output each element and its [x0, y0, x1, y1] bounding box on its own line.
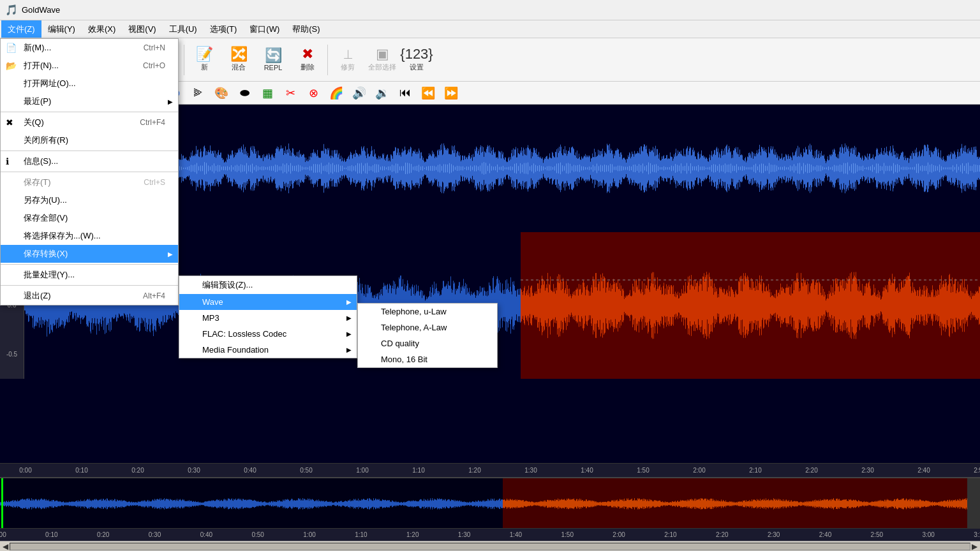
prev-track-btn[interactable]: ⏮: [394, 84, 416, 103]
separator3: [1, 172, 178, 172]
wave-arrow: ▶: [346, 298, 352, 305]
grid-btn[interactable]: ▦: [256, 84, 278, 103]
app-icon: 🎵: [5, 4, 18, 16]
menu-recent[interactable]: 最近(P) ▶: [1, 92, 178, 110]
menu-telephone-alaw[interactable]: Telephone, A-Law: [358, 320, 497, 335]
crossfade-btn[interactable]: ⊗: [302, 84, 324, 103]
menu-exit[interactable]: 退出(Z) Alt+F4: [1, 287, 178, 305]
overview-timeline-label-5: 0:50: [251, 531, 264, 538]
mf-arrow: ▶: [346, 346, 352, 353]
wave-menu: Telephone, u-Law Telephone, A-Law CD qua…: [357, 303, 498, 368]
overview-timeline-label-14: 2:20: [716, 531, 728, 538]
shape-btn[interactable]: ⬬: [234, 84, 255, 103]
menu-mono-16bit[interactable]: Mono, 16 Bit: [358, 351, 497, 367]
overview-timeline-label-1: 0:10: [45, 531, 57, 538]
menu-flac[interactable]: FLAC: Lossless Codec ▶: [179, 326, 357, 342]
menu-file[interactable]: 文件(Z): [1, 20, 41, 38]
file-menu: 📄 新(M)... Ctrl+N 📂 打开(N)... Ctrl+O 打开网址(…: [0, 38, 179, 305]
eq-btn[interactable]: ⫸: [188, 84, 209, 103]
menu-window[interactable]: 窗口(W): [243, 20, 286, 38]
new-label: 新: [201, 62, 208, 72]
menu-save[interactable]: 保存(T) Ctrl+S: [1, 173, 178, 191]
cut2-btn[interactable]: ✂: [279, 84, 301, 103]
menu-cd-quality[interactable]: CD quality: [358, 335, 497, 351]
overview-timeline-label-0: 0:00: [0, 531, 6, 538]
mp3-arrow: ▶: [346, 314, 352, 321]
menu-saveall[interactable]: 保存全部(V): [1, 209, 178, 227]
mix-button[interactable]: 🔀 混合: [222, 41, 255, 78]
trim-icon: ⟂: [344, 47, 352, 61]
menu-effects[interactable]: 效果(X): [82, 20, 122, 38]
repl-button[interactable]: 🔄 REPL: [256, 41, 290, 78]
delete-button[interactable]: ✖ 删除: [291, 41, 324, 78]
track-level-neg: -0.5: [6, 351, 17, 358]
timeline-labels: 0:000:100:200:300:400:501:001:101:201:30…: [26, 464, 980, 477]
overview-timeline-label-7: 1:10: [355, 531, 367, 538]
volume-btn[interactable]: 🔉: [371, 84, 393, 103]
menu-open[interactable]: 📂 打开(N)... Ctrl+O: [1, 57, 178, 75]
selectall-icon: ▣: [376, 47, 389, 61]
menu-saveas[interactable]: 另存为(U)...: [1, 191, 178, 209]
menu-mediafoundation[interactable]: Media Foundation ▶: [179, 342, 357, 358]
menu-close[interactable]: ✖ 关(Q) Ctrl+F4: [1, 114, 178, 131]
timeline-label-5: 0:50: [300, 467, 312, 474]
menu-openurl[interactable]: 打开网址(O)...: [1, 75, 178, 92]
selectall-button[interactable]: ▣ 全部选择: [366, 41, 399, 78]
flac-arrow: ▶: [346, 330, 352, 337]
overview-timeline-label-16: 2:40: [819, 531, 831, 538]
overview-area: [0, 477, 980, 528]
menu-editpreset[interactable]: 编辑预设(Z)...: [179, 276, 357, 294]
overview-timeline-label-19: 3:10: [974, 531, 980, 538]
timeline-label-16: 2:40: [917, 467, 930, 474]
separator-3: [327, 45, 328, 75]
scroll-left-arrow[interactable]: ◀: [3, 542, 8, 551]
overview-timeline-label-8: 1:20: [406, 531, 419, 538]
new-icon: 📝: [196, 47, 213, 61]
delete-label: 删除: [301, 62, 315, 72]
menu-mp3[interactable]: MP3 ▶: [179, 310, 357, 326]
menu-tools[interactable]: 工具(U): [163, 20, 204, 38]
timeline-label-3: 0:30: [188, 467, 200, 474]
scroll-right-arrow[interactable]: ▶: [972, 542, 977, 551]
rainbow-btn[interactable]: 🌈: [325, 84, 347, 103]
timeline-label-2: 0:20: [131, 467, 144, 474]
overview-timeline-label-12: 2:00: [612, 531, 625, 538]
menu-new[interactable]: 📄 新(M)... Ctrl+N: [1, 39, 178, 57]
timeline-label-15: 2:30: [861, 467, 873, 474]
menu-saveselection[interactable]: 将选择保存为...(W)...: [1, 227, 178, 245]
fastforward-btn[interactable]: ⏩: [440, 84, 462, 103]
rewind-btn[interactable]: ⏪: [417, 84, 439, 103]
menu-wave[interactable]: Wave ▶: [179, 294, 357, 310]
saveconvert-menu: 编辑预设(Z)... Wave ▶ MP3 ▶ FLAC: Lossless C…: [179, 276, 357, 358]
overview-timeline-label-2: 0:20: [97, 531, 109, 538]
timeline: 0:000:100:200:300:400:501:001:101:201:30…: [0, 463, 980, 477]
menu-edit[interactable]: 编辑(Y): [41, 20, 82, 38]
menu-batch[interactable]: 批量处理(Y)...: [1, 266, 178, 284]
menu-help[interactable]: 帮助(S): [286, 20, 326, 38]
menu-options[interactable]: 选项(T): [204, 20, 244, 38]
settings-label: 设置: [410, 62, 424, 72]
horizontal-scrollbar[interactable]: ◀ ▶: [0, 541, 980, 551]
settings-button[interactable]: {123} 设置: [400, 41, 433, 78]
timeline-label-11: 1:50: [637, 467, 649, 474]
menu-closeall[interactable]: 关闭所有(R): [1, 131, 178, 149]
scroll-thumb[interactable]: [10, 543, 970, 550]
separator2: [1, 151, 178, 151]
menu-info[interactable]: ℹ 信息(S)...: [1, 152, 178, 170]
trim-button[interactable]: ⟂ 修剪: [331, 41, 364, 78]
delete-icon: ✖: [302, 47, 313, 61]
menu-saveconvert[interactable]: 保存转换(X) ▶: [1, 245, 178, 263]
timeline-label-10: 1:40: [581, 467, 593, 474]
overview-timeline-label-18: 3:00: [922, 531, 934, 538]
color-btn[interactable]: 🎨: [211, 84, 232, 103]
settings-icon: {123}: [400, 47, 433, 61]
new-item-icon: 📄: [6, 43, 17, 53]
menu-telephone-ulaw[interactable]: Telephone, u-Law: [358, 304, 497, 320]
overview-timeline-label-13: 2:10: [664, 531, 676, 538]
timeline-label-13: 2:10: [749, 467, 761, 474]
new-button[interactable]: 📝 新: [188, 41, 221, 78]
overview-scrollbar[interactable]: [967, 478, 980, 528]
speaker-btn[interactable]: 🔊: [348, 84, 370, 103]
menu-view[interactable]: 视图(V): [122, 20, 162, 38]
overview-timeline-label-11: 1:50: [561, 531, 574, 538]
